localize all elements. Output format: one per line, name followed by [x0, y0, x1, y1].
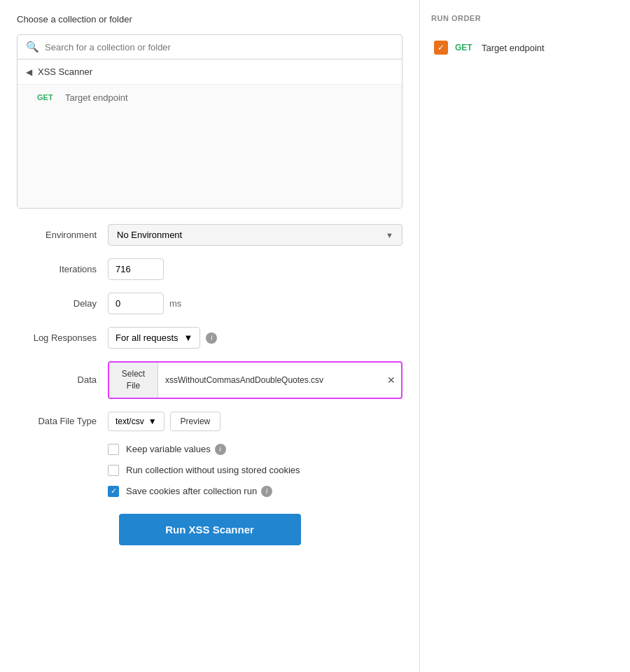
file-clear-icon[interactable]: ✕ — [382, 374, 401, 386]
save-cookies-label: Save cookies after collection run i — [126, 486, 272, 497]
search-icon: 🔍 — [26, 41, 39, 53]
collection-container: 🔍 ◀ XSS Scanner GET Target endpoint — [17, 34, 402, 209]
keep-variable-info-icon[interactable]: i — [215, 444, 226, 455]
data-file-box: SelectFile xssWithoutCommasAndDoubleQuot… — [108, 361, 402, 399]
select-file-button[interactable]: SelectFile — [109, 363, 158, 398]
delay-input[interactable] — [108, 293, 164, 314]
file-type-value: text/csv — [115, 416, 144, 426]
log-row: For all requests ▼ i — [108, 327, 402, 349]
log-responses-info-icon[interactable]: i — [206, 332, 217, 344]
search-row: 🔍 — [18, 35, 402, 59]
keep-variable-label: Keep variable values i — [126, 444, 226, 455]
file-type-row: text/csv ▼ Preview — [108, 412, 402, 431]
run-order-checkbox-icon[interactable] — [434, 41, 448, 55]
delay-control: ms — [108, 293, 402, 314]
delay-unit: ms — [169, 298, 181, 309]
collection-arrow-icon: ◀ — [26, 67, 32, 77]
search-input[interactable] — [45, 42, 393, 52]
endpoint-item[interactable]: GET Target endpoint — [18, 85, 402, 110]
iterations-row: Iterations — [17, 258, 402, 280]
save-cookies-info-icon[interactable]: i — [261, 486, 272, 497]
data-file-type-label: Data File Type — [17, 416, 108, 426]
empty-area — [18, 110, 402, 208]
file-type-chevron-icon: ▼ — [148, 416, 157, 426]
data-file-type-control: text/csv ▼ Preview — [108, 412, 402, 431]
collection-name: XSS Scanner — [38, 66, 92, 77]
delay-row: Delay ms — [17, 293, 402, 314]
endpoint-name: Target endpoint — [65, 92, 128, 103]
data-row: Data SelectFile xssWithoutCommasAndDoubl… — [17, 361, 402, 399]
environment-control: No Environment ▼ — [108, 224, 402, 246]
log-responses-row: Log Responses For all requests ▼ i — [17, 327, 402, 349]
data-file-type-row: Data File Type text/csv ▼ Preview — [17, 412, 402, 431]
log-chevron-icon: ▼ — [184, 332, 193, 343]
run-order-item[interactable]: GET Target endpoint — [431, 34, 619, 62]
data-control: SelectFile xssWithoutCommasAndDoubleQuot… — [108, 361, 402, 399]
right-panel: RUN ORDER GET Target endpoint — [420, 0, 630, 672]
data-label: Data — [17, 374, 108, 385]
iterations-control — [108, 258, 402, 280]
log-responses-value: For all requests — [115, 332, 178, 343]
delay-label: Delay — [17, 298, 108, 309]
iterations-label: Iterations — [17, 264, 108, 274]
left-panel: Choose a collection or folder 🔍 ◀ XSS Sc… — [0, 0, 420, 672]
file-type-dropdown[interactable]: text/csv ▼ — [108, 412, 164, 431]
environment-dropdown[interactable]: No Environment ▼ — [108, 224, 402, 246]
environment-label: Environment — [17, 230, 108, 240]
run-order-title: RUN ORDER — [431, 14, 619, 22]
method-badge: GET — [37, 93, 58, 102]
iterations-input[interactable] — [108, 258, 164, 280]
keep-variable-checkbox[interactable] — [108, 444, 119, 455]
save-cookies-checkbox[interactable] — [108, 486, 119, 497]
preview-button[interactable]: Preview — [170, 412, 221, 431]
no-cookies-label: Run collection without using stored cook… — [126, 465, 300, 475]
save-cookies-row: Save cookies after collection run i — [108, 486, 402, 497]
run-button[interactable]: Run XSS Scanner — [119, 514, 301, 545]
log-responses-control: For all requests ▼ i — [108, 327, 402, 349]
log-responses-label: Log Responses — [17, 332, 108, 343]
panel-title: Choose a collection or folder — [17, 14, 402, 24]
collection-item[interactable]: ◀ XSS Scanner — [18, 59, 402, 85]
file-name: xssWithoutCommasAndDoubleQuotes.csv — [158, 375, 382, 385]
environment-row: Environment No Environment ▼ — [17, 224, 402, 246]
run-order-method: GET — [455, 43, 475, 52]
run-order-endpoint: Target endpoint — [482, 43, 545, 53]
no-cookies-row: Run collection without using stored cook… — [108, 465, 402, 476]
log-responses-dropdown[interactable]: For all requests ▼ — [108, 327, 200, 349]
keep-variable-row: Keep variable values i — [108, 444, 402, 455]
no-cookies-checkbox[interactable] — [108, 465, 119, 476]
environment-value: No Environment — [117, 230, 182, 240]
chevron-down-icon: ▼ — [386, 231, 393, 239]
